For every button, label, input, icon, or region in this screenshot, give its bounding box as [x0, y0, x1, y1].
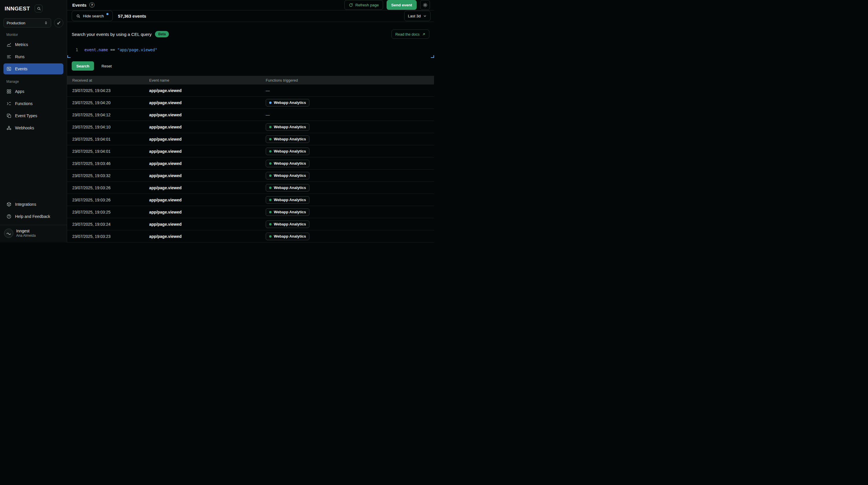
function-badge[interactable]: Webapp Analytics — [266, 99, 309, 107]
editor-resize-handle-left[interactable] — [67, 55, 70, 58]
function-badge[interactable]: Webapp Analytics — [266, 196, 309, 204]
cell-event-name: app/page.viewed — [144, 88, 260, 93]
cell-event-name: app/page.viewed — [144, 186, 260, 190]
table-body: 23/07/2025, 19:04:23 app/page.viewed — 2… — [67, 85, 434, 242]
function-badge[interactable]: Webapp Analytics — [266, 172, 309, 179]
cell-event-name: app/page.viewed — [144, 101, 260, 105]
refresh-page-button[interactable]: Refresh page — [344, 0, 383, 10]
cell-functions: Webapp Analytics — [260, 221, 434, 228]
function-badge[interactable]: Webapp Analytics — [266, 208, 309, 216]
sidebar-item-runs[interactable]: Runs — [3, 51, 63, 62]
events-icon — [6, 66, 11, 72]
events-table: Received at Event name Functions trigger… — [67, 76, 434, 242]
function-status-dot — [269, 150, 272, 152]
sidebar-item-apps[interactable]: Apps — [3, 86, 63, 97]
function-status-dot — [269, 223, 272, 225]
cel-query-code: event.name == "app/page.viewed" — [85, 47, 157, 53]
events-toolbar: Hide search 57,363 events Last 3d — [67, 10, 434, 22]
cel-query-editor[interactable]: 1 event.name == "app/page.viewed" — [67, 45, 434, 58]
function-badge-label: Webapp Analytics — [274, 101, 306, 105]
event-types-icon — [6, 113, 11, 118]
cell-functions: Webapp Analytics — [260, 172, 434, 179]
search-icon — [76, 14, 81, 18]
column-header-received-at: Received at — [67, 78, 144, 83]
cel-search-panel: Search your events by using a CEL query … — [67, 22, 434, 70]
cell-functions: Webapp Analytics — [260, 148, 434, 155]
code-string: "app/page.viewed" — [117, 48, 157, 52]
search-icon — [37, 6, 41, 11]
hide-search-button[interactable]: Hide search — [72, 11, 113, 21]
user-org: Inngest — [16, 229, 36, 234]
cell-received-at: 23/07/2025, 19:04:20 — [67, 101, 144, 105]
cell-functions: Webapp Analytics — [260, 196, 434, 204]
webhooks-icon — [6, 125, 11, 131]
function-status-dot — [269, 235, 272, 237]
cell-received-at: 23/07/2025, 19:03:32 — [67, 173, 144, 178]
function-badge-label: Webapp Analytics — [274, 125, 306, 129]
function-badge-label: Webapp Analytics — [274, 210, 306, 214]
sidebar-item-integrations[interactable]: Integrations — [3, 199, 63, 210]
cell-functions: Webapp Analytics — [260, 99, 434, 107]
table-row[interactable]: 23/07/2025, 19:04:23 app/page.viewed — — [67, 85, 434, 97]
sidebar-item-metrics[interactable]: Metrics — [3, 39, 63, 50]
function-badge-label: Webapp Analytics — [274, 161, 306, 166]
gear-icon — [423, 3, 428, 7]
sidebar-search-button[interactable] — [35, 5, 42, 12]
function-badge[interactable]: Webapp Analytics — [266, 184, 309, 192]
function-badge[interactable]: Webapp Analytics — [266, 160, 309, 167]
table-row[interactable]: 23/07/2025, 19:03:26 app/page.viewed Web… — [67, 182, 434, 194]
arrow-up-right-icon — [422, 32, 426, 36]
cell-received-at: 23/07/2025, 19:03:25 — [67, 210, 144, 215]
settings-button[interactable] — [420, 0, 430, 10]
cell-functions: — — [260, 113, 434, 117]
reset-button[interactable]: Reset — [99, 61, 115, 70]
table-row[interactable]: 23/07/2025, 19:04:10 app/page.viewed Web… — [67, 121, 434, 133]
sidebar-item-event-types[interactable]: Event Types — [3, 110, 63, 121]
table-row[interactable]: 23/07/2025, 19:03:25 app/page.viewed Web… — [67, 206, 434, 218]
column-header-event-name: Event name — [144, 78, 260, 83]
time-range-dropdown[interactable]: Last 3d — [404, 11, 431, 21]
cell-functions: Webapp Analytics — [260, 233, 434, 240]
function-status-dot — [269, 211, 272, 213]
search-button[interactable]: Search — [72, 61, 94, 70]
table-row[interactable]: 23/07/2025, 19:04:01 app/page.viewed Web… — [67, 133, 434, 145]
table-row[interactable]: 23/07/2025, 19:04:01 app/page.viewed Web… — [67, 145, 434, 158]
main-content: Events ? Refresh page Send event — [67, 0, 434, 242]
event-keys-button[interactable] — [54, 18, 63, 28]
user-menu[interactable]: Inngest Ana Almeida — [0, 225, 67, 243]
function-status-dot — [269, 199, 272, 201]
table-row[interactable]: 23/07/2025, 19:03:26 app/page.viewed Web… — [67, 194, 434, 206]
page-help-icon[interactable]: ? — [89, 2, 95, 7]
chevron-down-icon — [423, 14, 427, 18]
user-name: Ana Almeida — [16, 233, 36, 238]
function-badge[interactable]: Webapp Analytics — [266, 148, 309, 155]
environment-select[interactable]: Production — [3, 18, 51, 28]
sidebar-item-help-feedback[interactable]: Help and Feedback — [3, 211, 63, 222]
cell-functions: Webapp Analytics — [260, 208, 434, 216]
table-row[interactable]: 23/07/2025, 19:03:46 app/page.viewed Web… — [67, 158, 434, 170]
editor-resize-handle-right[interactable] — [431, 55, 434, 58]
function-badge[interactable]: Webapp Analytics — [266, 221, 309, 228]
table-row[interactable]: 23/07/2025, 19:03:23 app/page.viewed Web… — [67, 230, 434, 242]
function-badge[interactable]: Webapp Analytics — [266, 233, 309, 240]
sidebar-nav: Monitor Metrics Runs — [3, 33, 63, 134]
function-badge[interactable]: Webapp Analytics — [266, 136, 309, 143]
table-row[interactable]: 23/07/2025, 19:03:32 app/page.viewed Web… — [67, 170, 434, 182]
sidebar-item-events[interactable]: Events — [3, 63, 63, 75]
function-badge[interactable]: Webapp Analytics — [266, 123, 309, 131]
function-badge-label: Webapp Analytics — [274, 173, 306, 178]
cell-event-name: app/page.viewed — [144, 198, 260, 202]
sidebar-item-functions[interactable]: Functions — [3, 98, 63, 109]
read-docs-button[interactable]: Read the docs — [392, 30, 429, 39]
table-row[interactable]: 23/07/2025, 19:04:12 app/page.viewed — — [67, 109, 434, 121]
header-actions: Refresh page Send event — [344, 0, 430, 10]
sidebar-item-webhooks[interactable]: Webhooks — [3, 122, 63, 134]
avatar — [4, 229, 13, 238]
send-event-button[interactable]: Send event — [386, 0, 417, 10]
nav-section-manage: Manage — [6, 80, 60, 84]
table-row[interactable]: 23/07/2025, 19:03:24 app/page.viewed Web… — [67, 218, 434, 230]
code-identifier: event.name — [85, 48, 108, 52]
cell-functions: Webapp Analytics — [260, 184, 434, 192]
table-row[interactable]: 23/07/2025, 19:04:20 app/page.viewed Web… — [67, 97, 434, 109]
cell-received-at: 23/07/2025, 19:04:23 — [67, 88, 144, 93]
